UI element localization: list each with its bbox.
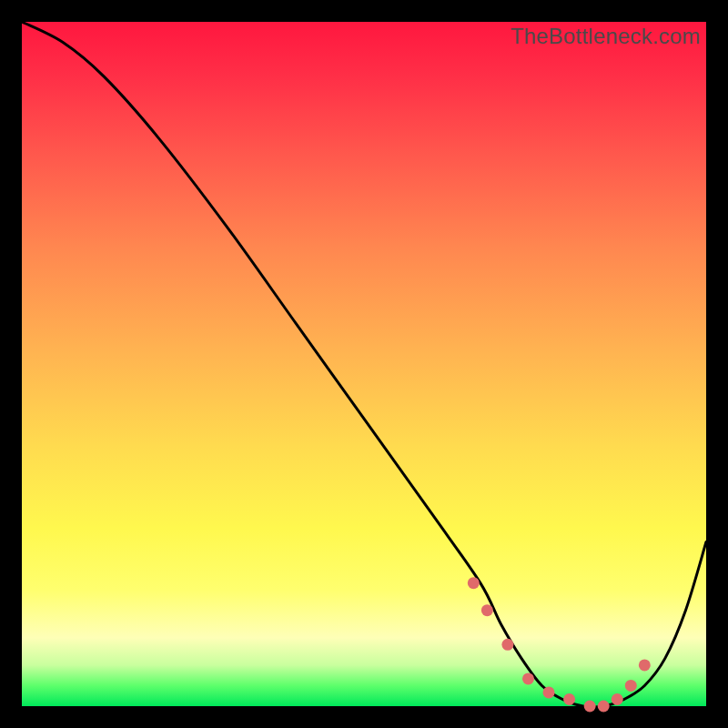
highlight-dot	[625, 680, 637, 692]
highlight-dot	[598, 701, 610, 713]
highlight-dot	[522, 672, 534, 684]
highlight-dot	[468, 577, 480, 589]
highlight-dot	[543, 686, 555, 698]
highlight-dots-group	[468, 577, 651, 712]
bottleneck-curve	[22, 22, 706, 707]
highlight-dot	[639, 659, 651, 671]
curve-layer	[22, 22, 706, 706]
chart-frame: TheBottleneck.com	[22, 22, 706, 706]
highlight-dot	[584, 701, 596, 713]
highlight-dot	[612, 693, 623, 705]
highlight-dot	[501, 639, 513, 651]
highlight-dot	[481, 604, 493, 616]
highlight-dot	[563, 693, 575, 705]
